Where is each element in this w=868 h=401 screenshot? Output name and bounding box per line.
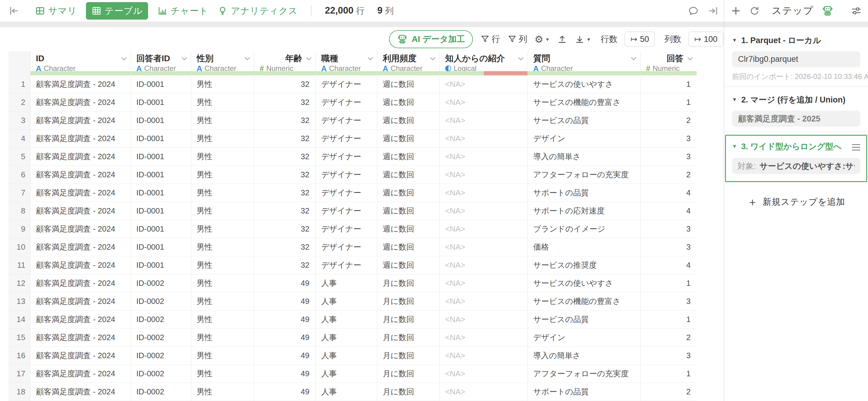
table-cell[interactable]: 顧客満足度調査 - 2024 xyxy=(30,256,131,274)
table-cell[interactable]: デザイナー xyxy=(315,75,377,93)
table-cell[interactable]: <NA> xyxy=(439,238,527,256)
chevron-down-icon[interactable] xyxy=(518,57,524,61)
table-cell[interactable]: 月に数回 xyxy=(377,365,439,382)
table-cell[interactable]: 価格 xyxy=(527,238,640,256)
table-cell[interactable]: 2 xyxy=(640,112,697,129)
table-cell[interactable]: <NA> xyxy=(439,347,527,365)
table-cell[interactable]: 月に数回 xyxy=(377,274,439,292)
table-cell[interactable]: 49 xyxy=(254,347,315,365)
table-cell[interactable]: ID-0002 xyxy=(131,347,191,365)
table-cell[interactable]: 49 xyxy=(254,274,315,292)
table-cell[interactable]: 週に数回 xyxy=(377,256,439,274)
table-cell[interactable]: 人事 xyxy=(315,383,377,401)
chevron-down-icon[interactable] xyxy=(430,57,436,61)
table-cell[interactable]: 男性 xyxy=(191,311,254,328)
table-cell[interactable]: 顧客満足度調査 - 2024 xyxy=(30,148,131,165)
table-cell[interactable]: サービスの推奨度 xyxy=(527,256,640,274)
table-cell[interactable]: 週に数回 xyxy=(377,202,439,220)
table-cell[interactable]: 男性 xyxy=(191,256,254,274)
table-cell[interactable]: <NA> xyxy=(439,220,527,238)
table-cell[interactable]: 顧客満足度調査 - 2024 xyxy=(30,329,131,346)
table-cell[interactable]: 4 xyxy=(640,256,697,274)
table-cell[interactable]: ID-0002 xyxy=(131,365,191,382)
table-cell[interactable]: 32 xyxy=(254,256,315,274)
table-cell[interactable]: <NA> xyxy=(439,75,527,93)
table-cell[interactable]: ID-0001 xyxy=(131,130,191,148)
table-cell[interactable]: ID-0001 xyxy=(131,238,191,256)
table-cell[interactable]: 49 xyxy=(254,329,315,346)
table-cell[interactable]: サービスの使いやすさ xyxy=(527,274,640,292)
table-cell[interactable]: ID-0002 xyxy=(131,274,191,292)
table-cell[interactable]: 49 xyxy=(254,311,315,328)
table-cell[interactable]: サービスの機能の豊富さ xyxy=(527,93,640,111)
table-cell[interactable]: 2 xyxy=(640,166,697,184)
table-cell[interactable]: ID-0002 xyxy=(131,329,191,346)
table-cell[interactable]: 顧客満足度調査 - 2024 xyxy=(30,347,131,365)
table-cell[interactable]: ID-0002 xyxy=(131,311,191,328)
table-cell[interactable]: 2 xyxy=(640,383,697,401)
ai-robot-icon[interactable] xyxy=(822,5,834,17)
table-cell[interactable]: デザイナー xyxy=(315,184,377,202)
table-cell[interactable]: アフターフォローの充実度 xyxy=(527,365,640,382)
table-cell[interactable]: 男性 xyxy=(191,365,254,382)
step-2-source-box[interactable]: 顧客満足度調査 - 2025 xyxy=(732,111,860,127)
table-cell[interactable]: 月に数回 xyxy=(377,292,439,310)
table-cell[interactable]: デザイナー xyxy=(315,93,377,111)
table-cell[interactable]: 月に数回 xyxy=(377,311,439,328)
table-cell[interactable]: 32 xyxy=(254,130,315,148)
table-cell[interactable]: 男性 xyxy=(191,130,254,148)
table-cell[interactable]: 顧客満足度調査 - 2024 xyxy=(30,166,131,184)
tab-chart[interactable]: チャート xyxy=(157,5,208,17)
chevron-down-icon[interactable] xyxy=(306,57,312,61)
table-cell[interactable]: 顧客満足度調査 - 2024 xyxy=(30,220,131,238)
table-cell[interactable]: 3 xyxy=(640,238,697,256)
table-cell[interactable]: ID-0001 xyxy=(131,202,191,220)
column-header-8[interactable]: 回答 #Numeric xyxy=(640,51,697,71)
chevron-down-icon[interactable] xyxy=(181,57,187,61)
table-cell[interactable]: 人事 xyxy=(315,347,377,365)
table-cell[interactable]: デザイナー xyxy=(315,112,377,129)
table-cell[interactable]: 32 xyxy=(254,112,315,129)
table-cell[interactable]: <NA> xyxy=(439,202,527,220)
table-cell[interactable]: デザイナー xyxy=(315,148,377,165)
column-header-4[interactable]: 職種 ACharacter xyxy=(315,51,377,71)
table-cell[interactable]: <NA> xyxy=(439,112,527,129)
table-cell[interactable]: 顧客満足度調査 - 2024 xyxy=(30,365,131,382)
column-header-0[interactable]: ID ACharacter xyxy=(30,51,131,71)
table-cell[interactable]: <NA> xyxy=(439,311,527,328)
table-cell[interactable]: <NA> xyxy=(439,256,527,274)
table-cell[interactable]: 人事 xyxy=(315,292,377,310)
table-cell[interactable]: 男性 xyxy=(191,292,254,310)
filter-rows-button[interactable]: 行 xyxy=(480,33,500,45)
table-cell[interactable]: 週に数回 xyxy=(377,130,439,148)
table-cell[interactable]: 4 xyxy=(640,202,697,220)
step-1-source-box[interactable]: Clr7ibg0.parquet xyxy=(732,51,860,67)
column-header-1[interactable]: 回答者ID ACharacter xyxy=(131,51,191,71)
table-cell[interactable]: ID-0001 xyxy=(131,93,191,111)
table-cell[interactable]: 顧客満足度調査 - 2024 xyxy=(30,75,131,93)
table-cell[interactable]: デザイナー xyxy=(315,166,377,184)
table-cell[interactable]: ID-0001 xyxy=(131,75,191,93)
table-cell[interactable]: 顧客満足度調査 - 2024 xyxy=(30,112,131,129)
table-cell[interactable]: 男性 xyxy=(191,112,254,129)
tab-table[interactable]: テーブル xyxy=(86,2,148,20)
table-cell[interactable]: サポートの応対速度 xyxy=(527,202,640,220)
table-cell[interactable]: 3 xyxy=(640,292,697,310)
table-cell[interactable]: 顧客満足度調査 - 2024 xyxy=(30,383,131,401)
table-cell[interactable]: 1 xyxy=(640,274,697,292)
filter-columns-button[interactable]: 列 xyxy=(507,33,527,45)
table-cell[interactable]: 導入の簡単さ xyxy=(527,148,640,165)
table-cell[interactable]: 1 xyxy=(640,93,697,111)
table-cell[interactable]: 顧客満足度調査 - 2024 xyxy=(30,274,131,292)
table-cell[interactable]: 2 xyxy=(640,329,697,346)
table-cell[interactable]: サービスの品質 xyxy=(527,112,640,129)
column-header-7[interactable]: 質問 ACharacter xyxy=(527,51,640,71)
chevron-down-icon[interactable] xyxy=(244,57,250,61)
table-cell[interactable]: ID-0001 xyxy=(131,148,191,165)
table-cell[interactable]: 月に数回 xyxy=(377,329,439,346)
chevron-down-icon[interactable] xyxy=(687,57,693,61)
table-cell[interactable]: アフターフォローの充実度 xyxy=(527,166,640,184)
table-cell[interactable]: 男性 xyxy=(191,329,254,346)
table-cell[interactable]: 男性 xyxy=(191,274,254,292)
table-cell[interactable]: デザイナー xyxy=(315,238,377,256)
